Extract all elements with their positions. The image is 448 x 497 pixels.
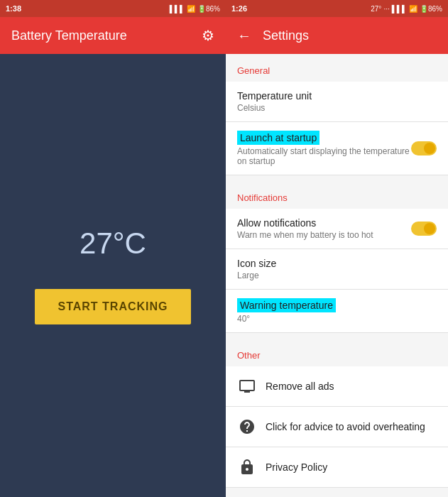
right-app-bar: ← Settings bbox=[226, 17, 448, 54]
battery-icon-right: 🔋86% bbox=[420, 5, 442, 13]
launch-startup-highlight: Launch at startup bbox=[237, 131, 319, 145]
setting-label: Temperature unit bbox=[237, 90, 437, 102]
right-panel: 1:26 27° ··· ▌▌▌ 📶 🔋86% ← Settings Gener… bbox=[226, 0, 448, 497]
more-icon: ··· bbox=[383, 5, 389, 13]
temp-reading: 27° bbox=[371, 5, 381, 13]
start-tracking-button[interactable]: START TRACKING bbox=[35, 289, 190, 324]
setting-text: Temperature unit Celsius bbox=[237, 90, 437, 113]
battery-icon: 🔋86% bbox=[197, 5, 220, 13]
setting-warning-temp[interactable]: Warning temperature 40° bbox=[226, 290, 448, 333]
privacy-policy-label: Privacy Policy bbox=[266, 462, 327, 473]
setting-temperature-unit[interactable]: Temperature unit Celsius bbox=[226, 82, 448, 122]
section-header-notifications: Notifications bbox=[226, 181, 448, 209]
wifi-icon-right: 📶 bbox=[409, 5, 417, 13]
signal-icon: ▌▌▌ bbox=[170, 5, 185, 13]
setting-text-startup: Launch at startup Automatically start di… bbox=[237, 131, 411, 166]
temperature-display: 27°C bbox=[80, 226, 146, 261]
setting-label-startup: Launch at startup bbox=[237, 131, 411, 145]
setting-allow-notifications[interactable]: Allow notifications Warn me when my batt… bbox=[226, 209, 448, 249]
setting-icon-size[interactable]: Icon size Large bbox=[226, 249, 448, 290]
remove-ads-label: Remove all ads bbox=[266, 381, 334, 392]
notifications-toggle[interactable] bbox=[411, 222, 437, 236]
setting-text-iconsize: Icon size Large bbox=[237, 258, 437, 280]
setting-sublabel-startup: Automatically start displaying the tempe… bbox=[237, 146, 411, 166]
warning-temp-highlight: Warning temperature bbox=[237, 298, 336, 312]
divider-1 bbox=[226, 175, 448, 181]
setting-label-warningtemp: Warning temperature bbox=[237, 298, 437, 312]
setting-launch-startup[interactable]: Launch at startup Automatically start di… bbox=[226, 122, 448, 175]
signal-icon-right: ▌▌▌ bbox=[392, 5, 407, 13]
setting-advice[interactable]: Click for advice to avoid overheating bbox=[226, 407, 448, 447]
setting-sublabel-warningtemp: 40° bbox=[237, 314, 437, 324]
setting-label-iconsize: Icon size bbox=[237, 258, 437, 269]
setting-label-notifications: Allow notifications bbox=[237, 217, 411, 229]
setting-sublabel-notifications: Warn me when my battery is too hot bbox=[237, 230, 411, 240]
wifi-icon: 📶 bbox=[187, 5, 195, 13]
app-title: Battery Temperature bbox=[11, 28, 127, 43]
launch-startup-toggle[interactable] bbox=[411, 141, 437, 155]
setting-sublabel-iconsize: Large bbox=[237, 271, 437, 280]
lock-icon bbox=[237, 457, 257, 477]
settings-content: General Temperature unit Celsius Launch … bbox=[226, 54, 448, 497]
setting-sublabel: Celsius bbox=[237, 103, 437, 113]
divider-2 bbox=[226, 333, 448, 339]
status-bar-right: 1:26 27° ··· ▌▌▌ 📶 🔋86% bbox=[226, 0, 448, 17]
left-time: 1:38 bbox=[6, 4, 21, 13]
settings-icon[interactable]: ⚙ bbox=[202, 27, 214, 44]
setting-privacy-policy[interactable]: Privacy Policy bbox=[226, 447, 448, 488]
setting-text-warningtemp: Warning temperature 40° bbox=[237, 298, 437, 324]
tv-icon bbox=[237, 376, 257, 396]
advice-label: Click for advice to avoid overheating bbox=[266, 421, 425, 432]
help-icon bbox=[237, 417, 257, 437]
left-status-icons: ▌▌▌ 📶 🔋86% bbox=[170, 5, 220, 13]
setting-remove-ads[interactable]: Remove all ads bbox=[226, 366, 448, 407]
settings-title: Settings bbox=[263, 28, 309, 43]
right-time: 1:26 bbox=[231, 4, 247, 13]
section-header-general: General bbox=[226, 54, 448, 82]
left-app-bar: Battery Temperature ⚙ bbox=[0, 17, 226, 54]
setting-text-notifications: Allow notifications Warn me when my batt… bbox=[237, 217, 411, 240]
section-header-other: Other bbox=[226, 339, 448, 366]
status-bar-left: 1:38 ▌▌▌ 📶 🔋86% bbox=[0, 0, 226, 17]
back-button[interactable]: ← bbox=[237, 28, 251, 44]
left-content: 27°C START TRACKING bbox=[0, 54, 226, 497]
left-panel: 1:38 ▌▌▌ 📶 🔋86% Battery Temperature ⚙ 27… bbox=[0, 0, 226, 497]
right-status-icons: 27° ··· ▌▌▌ 📶 🔋86% bbox=[371, 5, 442, 13]
